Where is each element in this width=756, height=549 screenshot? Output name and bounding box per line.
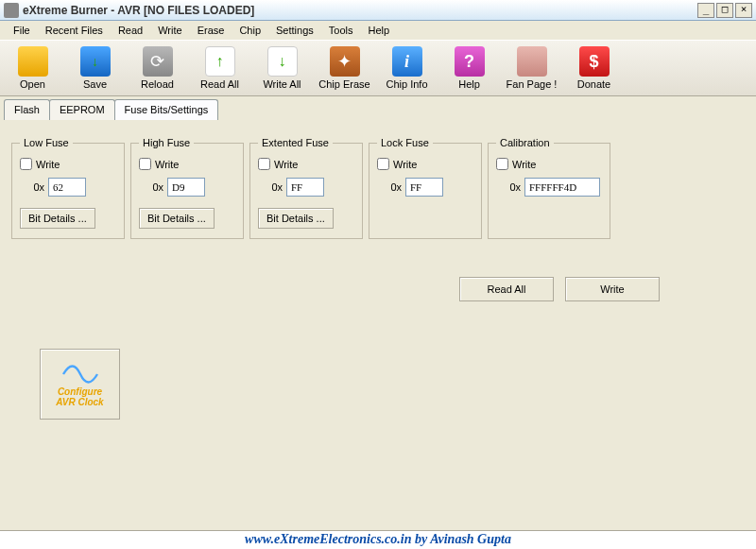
folder-open-icon [18, 46, 48, 77]
extended-fuse-legend: Extented Fuse [258, 137, 333, 148]
toolbar-donate[interactable]: Donate [563, 43, 625, 94]
high-fuse-group: High Fuse Write 0x Bit Details ... [130, 137, 244, 239]
toolbar-fan-page[interactable]: Fan Page ! [501, 43, 562, 94]
configure-avr-clock-button[interactable]: Configure AVR Clock [40, 349, 120, 420]
read-all-icon [205, 46, 235, 77]
calibration-write-checkbox[interactable] [496, 158, 508, 170]
extended-fuse-group: Extented Fuse Write 0x Bit Details ... [249, 137, 363, 239]
chip-info-icon [392, 46, 422, 77]
lock-fuse-write-checkbox[interactable] [377, 158, 389, 170]
toolbar-chip-erase[interactable]: ✦Chip Erase [314, 43, 375, 94]
menu-read[interactable]: Read [112, 23, 148, 38]
menu-recent-files[interactable]: Recent Files [40, 23, 109, 38]
maximize-button[interactable]: □ [716, 3, 733, 18]
hex-prefix: 0x [496, 181, 521, 193]
tab-fuse-bits[interactable]: Fuse Bits/Settings [114, 99, 219, 120]
menu-file[interactable]: File [8, 23, 36, 38]
write-button[interactable]: Write [565, 277, 660, 301]
tab-panel-fuse-bits: Low Fuse Write 0x Bit Details ... High F… [0, 120, 756, 431]
low-fuse-write-checkbox[interactable] [20, 158, 32, 170]
extended-fuse-value-input[interactable] [286, 178, 324, 197]
hex-prefix: 0x [377, 181, 402, 193]
hex-prefix: 0x [139, 181, 163, 193]
save-icon [80, 46, 111, 77]
help-icon [455, 46, 485, 77]
title-bar: eXtreme Burner - AVR [NO FILES LOADED] _… [0, 0, 756, 21]
high-fuse-write-checkbox[interactable] [139, 158, 151, 170]
lock-fuse-value-input[interactable] [405, 178, 443, 197]
chip-erase-icon: ✦ [330, 46, 360, 77]
fuse-row: Low Fuse Write 0x Bit Details ... High F… [11, 137, 745, 239]
menu-erase[interactable]: Erase [192, 23, 231, 38]
tab-strip: Flash EEPROM Fuse Bits/Settings [0, 99, 756, 120]
toolbar-help[interactable]: Help [438, 43, 500, 94]
high-fuse-bit-details-button[interactable]: Bit Details ... [139, 208, 215, 229]
menu-help[interactable]: Help [362, 23, 395, 38]
toolbar-read-all[interactable]: Read All [189, 43, 250, 94]
donate-icon [579, 46, 610, 77]
extended-fuse-write-checkbox[interactable] [258, 158, 270, 170]
low-fuse-group: Low Fuse Write 0x Bit Details ... [11, 137, 125, 239]
window-title: eXtreme Burner - AVR [NO FILES LOADED] [23, 4, 696, 17]
tab-eeprom[interactable]: EEPROM [49, 99, 115, 120]
sine-wave-icon [61, 362, 99, 386]
calibration-legend: Calibration [496, 137, 554, 148]
hex-prefix: 0x [20, 181, 44, 193]
extended-fuse-write-label: Write [274, 159, 298, 170]
app-icon [4, 3, 19, 18]
menu-chip[interactable]: Chip [233, 23, 266, 38]
low-fuse-legend: Low Fuse [20, 137, 73, 148]
reload-icon: ⟳ [143, 46, 173, 77]
read-all-button[interactable]: Read All [459, 277, 554, 301]
clock-label-1: Configure [58, 387, 102, 397]
calibration-write-label: Write [512, 159, 536, 170]
toolbar-open[interactable]: Open [2, 43, 63, 94]
menu-settings[interactable]: Settings [270, 23, 319, 38]
lock-fuse-write-label: Write [393, 159, 417, 170]
calibration-value-input[interactable] [524, 178, 600, 197]
hex-prefix: 0x [258, 181, 283, 193]
lock-fuse-legend: Lock Fuse [377, 137, 433, 148]
low-fuse-write-label: Write [36, 159, 60, 170]
close-button[interactable]: × [735, 3, 752, 18]
tab-flash[interactable]: Flash [4, 99, 50, 120]
low-fuse-bit-details-button[interactable]: Bit Details ... [20, 208, 95, 229]
high-fuse-write-label: Write [155, 159, 179, 170]
minimize-button[interactable]: _ [697, 3, 714, 18]
toolbar-save[interactable]: Save [64, 43, 126, 94]
calibration-group: Calibration Write 0x [488, 137, 610, 239]
high-fuse-value-input[interactable] [167, 178, 205, 197]
menu-bar: File Recent Files Read Write Erase Chip … [0, 21, 756, 40]
toolbar-chip-info[interactable]: Chip Info [376, 43, 438, 94]
menu-write[interactable]: Write [152, 23, 187, 38]
fan-page-icon [517, 46, 547, 77]
write-all-icon [267, 46, 298, 77]
extended-fuse-bit-details-button[interactable]: Bit Details ... [258, 208, 334, 229]
action-row: Read All Write [11, 277, 745, 301]
clock-label-2: AVR Clock [56, 398, 103, 407]
lock-fuse-group: Lock Fuse Write 0x [369, 137, 482, 239]
toolbar: Open Save ⟳Reload Read All Write All ✦Ch… [0, 40, 756, 96]
low-fuse-value-input[interactable] [48, 178, 86, 197]
menu-tools[interactable]: Tools [323, 23, 359, 38]
footer-credit: www.eXtremeElectronics.co.in by Avinash … [0, 530, 756, 549]
high-fuse-legend: High Fuse [139, 137, 194, 148]
toolbar-reload[interactable]: ⟳Reload [127, 43, 188, 94]
toolbar-write-all[interactable]: Write All [251, 43, 313, 94]
